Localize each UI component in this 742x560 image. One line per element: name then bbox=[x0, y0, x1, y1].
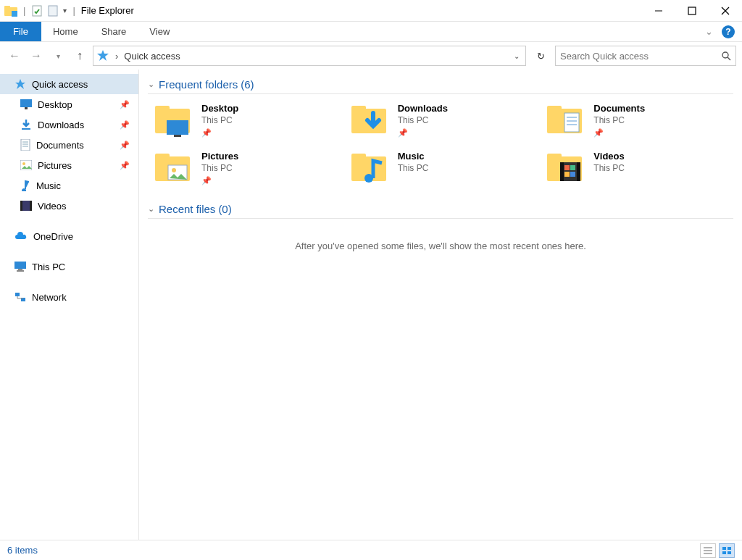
folder-name: Downloads bbox=[398, 103, 448, 114]
monitor-icon bbox=[14, 262, 26, 272]
content-pane: ⌄ Frequent folders (6) Desktop This PC 📌 bbox=[139, 70, 742, 540]
back-button[interactable]: ← bbox=[6, 47, 23, 64]
breadcrumb[interactable]: Quick access bbox=[124, 51, 180, 62]
sidebar-item-thispc[interactable]: This PC bbox=[0, 256, 138, 277]
sidebar-item-label: OneDrive bbox=[33, 231, 73, 242]
help-icon[interactable]: ? bbox=[722, 25, 735, 38]
chevron-down-icon: ⌄ bbox=[148, 204, 154, 214]
download-icon bbox=[20, 119, 32, 130]
sidebar-item-label: Music bbox=[36, 180, 61, 191]
search-input[interactable] bbox=[560, 51, 721, 62]
ribbon-collapse-icon[interactable]: ⌄ bbox=[699, 22, 719, 41]
svg-rect-63 bbox=[722, 551, 726, 554]
svg-rect-61 bbox=[722, 547, 726, 550]
maximize-button[interactable] bbox=[675, 0, 709, 22]
svg-point-21 bbox=[22, 162, 25, 165]
address-dropdown-icon[interactable]: ⌄ bbox=[511, 52, 522, 60]
qat-newfolder-icon[interactable] bbox=[47, 5, 59, 17]
recent-locations-icon[interactable]: ▾ bbox=[49, 47, 67, 64]
sidebar-item-label: Pictures bbox=[38, 160, 72, 171]
sidebar-item-label: Desktop bbox=[38, 99, 72, 110]
tab-file[interactable]: File bbox=[0, 22, 41, 41]
search-icon[interactable] bbox=[721, 51, 731, 61]
app-icon bbox=[4, 5, 17, 17]
navigation-pane: Quick access Desktop 📌 Downloads 📌 Docum… bbox=[0, 70, 139, 540]
svg-rect-38 bbox=[564, 113, 579, 132]
svg-rect-23 bbox=[20, 201, 22, 211]
folder-name: Pictures bbox=[201, 151, 238, 162]
folder-name: Videos bbox=[593, 151, 625, 162]
section-frequent-folders[interactable]: ⌄ Frequent folders (6) bbox=[148, 78, 733, 94]
tab-home[interactable]: Home bbox=[41, 22, 90, 41]
pin-icon: 📌 bbox=[120, 100, 130, 109]
address-bar[interactable]: › Quick access ⌄ bbox=[93, 46, 526, 66]
sidebar-item-downloads[interactable]: Downloads 📌 bbox=[0, 114, 138, 135]
sidebar-item-documents[interactable]: Documents 📌 bbox=[0, 135, 138, 155]
qat-dropdown-icon[interactable]: ▾ bbox=[63, 7, 67, 14]
folder-location: This PC bbox=[201, 163, 238, 173]
svg-rect-24 bbox=[30, 201, 32, 211]
folder-tile-videos[interactable]: Videos This PC bbox=[544, 151, 733, 185]
picture-icon bbox=[20, 160, 32, 170]
video-icon bbox=[20, 201, 32, 211]
svg-rect-50 bbox=[547, 154, 562, 159]
minimize-button[interactable] bbox=[642, 0, 675, 22]
close-button[interactable] bbox=[709, 0, 742, 22]
tab-share[interactable]: Share bbox=[90, 22, 138, 41]
svg-rect-27 bbox=[17, 270, 24, 272]
pin-icon: 📌 bbox=[398, 128, 408, 138]
sidebar-item-desktop[interactable]: Desktop 📌 bbox=[0, 94, 138, 114]
star-icon bbox=[14, 78, 26, 90]
refresh-button[interactable]: ↻ bbox=[530, 46, 551, 66]
view-details-button[interactable] bbox=[700, 543, 716, 558]
section-recent-files[interactable]: ⌄ Recent files (0) bbox=[148, 203, 733, 219]
search-box[interactable] bbox=[555, 46, 736, 66]
svg-rect-35 bbox=[351, 106, 366, 112]
section-title: Recent files bbox=[159, 203, 215, 215]
folder-name: Desktop bbox=[201, 103, 238, 114]
forward-button[interactable]: → bbox=[28, 47, 45, 64]
chevron-down-icon: ⌄ bbox=[148, 80, 154, 89]
status-text: 6 items bbox=[7, 545, 38, 556]
sidebar-item-quick-access[interactable]: Quick access bbox=[0, 74, 138, 94]
folder-location: This PC bbox=[593, 115, 645, 125]
folder-tile-music[interactable]: Music This PC bbox=[349, 151, 538, 185]
sidebar-item-pictures[interactable]: Pictures 📌 bbox=[0, 155, 138, 175]
folder-desktop-icon bbox=[152, 103, 193, 138]
sidebar-item-videos[interactable]: Videos bbox=[0, 196, 138, 216]
svg-rect-57 bbox=[570, 172, 575, 177]
pin-icon: 📌 bbox=[120, 120, 130, 130]
folder-videos-icon bbox=[544, 151, 585, 185]
svg-rect-37 bbox=[547, 106, 562, 112]
sidebar-item-label: Documents bbox=[36, 140, 84, 151]
qat-properties-icon[interactable] bbox=[31, 5, 43, 17]
svg-rect-13 bbox=[20, 99, 32, 107]
svg-rect-25 bbox=[14, 262, 26, 269]
navigation-row: ← → ▾ ↑ › Quick access ⌄ ↻ bbox=[0, 42, 742, 70]
folder-location: This PC bbox=[398, 163, 429, 173]
folder-tile-documents[interactable]: Documents This PC 📌 bbox=[544, 103, 733, 138]
folder-tile-desktop[interactable]: Desktop This PC 📌 bbox=[152, 103, 341, 138]
sidebar-item-network[interactable]: Network bbox=[0, 287, 138, 307]
folder-tile-pictures[interactable]: Pictures This PC 📌 bbox=[152, 151, 341, 185]
folder-documents-icon bbox=[544, 103, 585, 138]
svg-rect-16 bbox=[21, 139, 30, 151]
ribbon-tabs: File Home Share View ⌄ ? bbox=[0, 22, 742, 42]
sidebar-item-music[interactable]: Music bbox=[0, 175, 138, 196]
up-button[interactable]: ↑ bbox=[71, 47, 88, 64]
svg-rect-4 bbox=[49, 6, 57, 16]
sidebar-item-onedrive[interactable]: OneDrive bbox=[0, 226, 138, 246]
chevron-right-icon[interactable]: › bbox=[115, 51, 118, 62]
document-icon bbox=[20, 139, 30, 151]
cloud-icon bbox=[14, 232, 28, 241]
svg-rect-56 bbox=[564, 172, 570, 177]
tab-view[interactable]: View bbox=[138, 22, 181, 41]
svg-rect-54 bbox=[564, 165, 570, 170]
pin-icon: 📌 bbox=[201, 128, 212, 138]
view-thumbnails-button[interactable] bbox=[719, 543, 735, 558]
folder-tile-downloads[interactable]: Downloads This PC 📌 bbox=[349, 103, 538, 138]
music-icon bbox=[20, 180, 30, 191]
folder-pictures-icon bbox=[152, 151, 193, 185]
svg-rect-31 bbox=[155, 106, 170, 112]
quick-access-toolbar: | ▾ | bbox=[0, 5, 77, 17]
